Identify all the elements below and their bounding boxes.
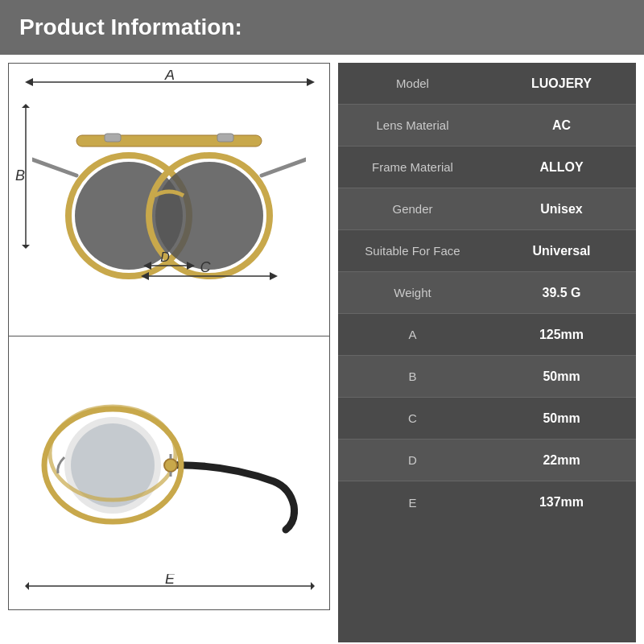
spec-value: 50mm: [487, 363, 636, 390]
main-content: A B: [0, 55, 644, 642]
spec-label: Suitable For Face: [338, 237, 487, 264]
svg-line-8: [32, 159, 76, 175]
svg-point-33: [164, 459, 177, 472]
spec-value: Unisex: [487, 196, 636, 223]
svg-text:E: E: [165, 574, 175, 587]
glasses-side-view: E: [8, 336, 330, 610]
spec-value: AC: [487, 112, 636, 139]
spec-label: C: [338, 405, 487, 431]
spec-row: Frame MaterialALLOY: [338, 147, 636, 188]
spec-row: GenderUnisex: [338, 188, 636, 230]
spec-label: Gender: [338, 196, 487, 222]
spec-label: B: [338, 363, 487, 390]
spec-value: 39.5 G: [487, 279, 636, 307]
spec-row: Suitable For FaceUniversal: [338, 230, 636, 272]
svg-point-14: [155, 162, 263, 270]
spec-row: B50mm: [338, 356, 636, 398]
spec-label: Weight: [338, 279, 487, 306]
svg-marker-27: [311, 582, 315, 590]
spec-row: C50mm: [338, 398, 636, 440]
svg-marker-6: [22, 245, 30, 249]
page-title: Product Information:: [19, 14, 242, 39]
glasses-top-image: C D: [32, 103, 306, 296]
svg-text:A: A: [164, 70, 175, 83]
dimension-A-arrow: A: [25, 70, 315, 94]
svg-marker-5: [22, 104, 30, 108]
svg-line-9: [262, 159, 306, 175]
svg-marker-1: [25, 78, 33, 86]
header: Product Information:: [0, 0, 644, 55]
svg-marker-2: [307, 78, 315, 86]
spec-label: E: [338, 489, 487, 516]
spec-value: ALLOY: [487, 154, 636, 181]
svg-text:B: B: [15, 167, 25, 184]
svg-text:D: D: [160, 250, 170, 264]
spec-label: D: [338, 447, 487, 473]
svg-marker-19: [270, 272, 278, 280]
spec-value: 137mm: [487, 489, 636, 516]
specs-table: ModelLUOJERYLens MaterialACFrame Materia…: [338, 63, 636, 642]
spec-label: Model: [338, 70, 487, 97]
spec-row: ModelLUOJERY: [338, 63, 636, 105]
spec-row: A125mm: [338, 314, 636, 356]
spec-row: E137mm: [338, 481, 636, 523]
spec-value: 50mm: [487, 405, 636, 432]
spec-row: Weight39.5 G: [338, 272, 636, 314]
dimension-B-arrow: B: [14, 104, 38, 249]
svg-rect-16: [217, 134, 233, 142]
spec-value: 22mm: [487, 447, 636, 474]
glasses-top-view: A B: [8, 63, 330, 336]
spec-row: Lens MaterialAC: [338, 105, 636, 147]
spec-row: D22mm: [338, 440, 636, 481]
left-panel: A B: [8, 63, 330, 642]
svg-marker-26: [25, 582, 29, 590]
spec-value: LUOJERY: [487, 70, 636, 97]
svg-text:C: C: [200, 259, 212, 275]
dimension-E-arrow: E: [25, 574, 315, 598]
svg-rect-15: [105, 134, 121, 142]
spec-value: 125mm: [487, 321, 636, 349]
spec-value: Universal: [487, 237, 636, 265]
glasses-side-image: [40, 385, 298, 562]
spec-label: Lens Material: [338, 112, 487, 138]
spec-label: Frame Material: [338, 154, 487, 180]
spec-label: A: [338, 321, 487, 348]
